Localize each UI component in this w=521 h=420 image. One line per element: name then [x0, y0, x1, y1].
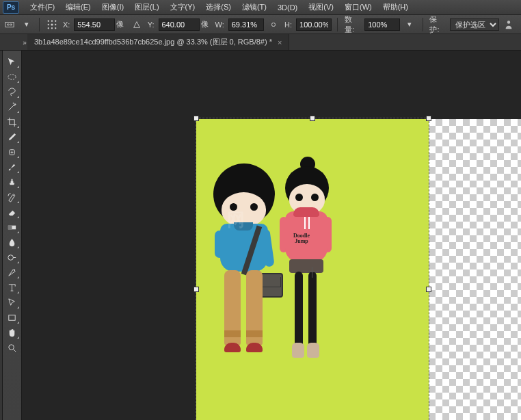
gradient-tool[interactable]	[5, 220, 20, 234]
y-unit: 像	[201, 19, 209, 29]
eye-icon	[311, 194, 319, 201]
eye-icon	[250, 203, 258, 211]
history-brush-tool[interactable]	[5, 190, 20, 204]
svg-point-18	[9, 344, 14, 350]
menu-3d[interactable]: 3D(D)	[272, 1, 303, 14]
brush-tool[interactable]	[5, 160, 20, 174]
girl-boot	[292, 343, 304, 358]
panel-expand-icon[interactable]: »	[22, 36, 27, 49]
transparent-background	[429, 119, 521, 420]
protect-select[interactable]: 保护选区	[450, 18, 499, 31]
girl-leg	[295, 272, 303, 347]
type-tool[interactable]	[5, 280, 20, 294]
hand-tool[interactable]	[5, 326, 20, 339]
document-tab[interactable]: 3b1a48e89ce14cd99ffbd536b7cb625e.jpg @ 3…	[27, 34, 289, 50]
menu-file[interactable]: 文件(F)	[25, 0, 60, 14]
x-unit: 像	[116, 19, 124, 29]
document-title: 3b1a48e89ce14cd99ffbd536b7cb625e.jpg @ 3…	[34, 37, 272, 47]
svg-point-6	[55, 23, 56, 25]
svg-point-15	[8, 254, 14, 260]
girl-leg	[308, 272, 317, 347]
menu-image[interactable]: 图像(I)	[96, 0, 129, 14]
eye-icon	[295, 194, 303, 201]
crop-tool[interactable]	[5, 115, 20, 129]
boy-face	[222, 192, 266, 226]
boy-collar	[234, 222, 253, 231]
tools-panel	[3, 51, 22, 420]
girl-boot	[307, 343, 319, 358]
eye-icon	[230, 203, 237, 211]
boy-pants	[224, 270, 263, 345]
separator	[39, 18, 40, 31]
amount-input[interactable]	[364, 18, 400, 31]
svg-point-3	[55, 20, 56, 21]
hoodie-text: DoodleJump	[293, 233, 310, 244]
move-tool[interactable]	[5, 55, 20, 68]
menu-select[interactable]: 选择(S)	[200, 0, 237, 14]
h-input[interactable]	[296, 18, 332, 31]
protect-label: 保护:	[428, 14, 446, 35]
boy-leg	[246, 270, 263, 345]
document-tab-bar: 3b1a48e89ce14cd99ffbd536b7cb625e.jpg @ 3…	[0, 34, 521, 51]
close-icon[interactable]: ×	[278, 38, 282, 47]
svg-point-11	[8, 74, 16, 79]
svg-point-8	[51, 27, 53, 29]
menu-window[interactable]: 窗口(W)	[339, 0, 377, 14]
marquee-tool[interactable]	[5, 70, 20, 83]
boy-shoe	[246, 343, 263, 352]
pen-tool[interactable]	[5, 265, 20, 279]
rectangle-tool[interactable]	[5, 311, 20, 324]
canvas-area[interactable]: DoodleJump 网	[22, 51, 521, 420]
content-aware-scale-icon[interactable]	[3, 18, 16, 31]
eyedropper-tool[interactable]	[5, 130, 20, 144]
eraser-tool[interactable]	[5, 205, 20, 219]
amount-label: 数量:	[343, 14, 362, 35]
app-logo: Ps	[3, 1, 19, 14]
h-label: H:	[283, 21, 293, 29]
svg-rect-17	[9, 315, 15, 320]
dodge-tool[interactable]	[5, 250, 20, 264]
link-icon[interactable]	[267, 18, 280, 31]
menu-filter[interactable]: 滤镜(T)	[237, 0, 272, 14]
chevron-down-icon[interactable]: ▾	[19, 18, 33, 31]
menu-type[interactable]: 文字(Y)	[165, 0, 201, 14]
menu-bar: Ps 文件(F) 编辑(E) 图像(I) 图层(L) 文字(Y) 选择(S) 滤…	[0, 0, 521, 15]
svg-point-4	[47, 23, 49, 25]
girl-shorts	[289, 259, 323, 273]
lasso-tool[interactable]	[5, 85, 20, 99]
menu-edit[interactable]: 编辑(E)	[60, 0, 96, 14]
svg-point-10	[507, 21, 510, 23]
menu-help[interactable]: 帮助(H)	[377, 0, 414, 14]
character-boy	[213, 163, 289, 225]
chevron-down-icon[interactable]: ▾	[403, 18, 416, 31]
svg-point-16	[14, 269, 15, 270]
separator	[337, 18, 338, 31]
y-input[interactable]	[159, 18, 200, 31]
blur-tool[interactable]	[5, 235, 20, 249]
path-selection-tool[interactable]	[5, 296, 20, 309]
artwork-characters: DoodleJump	[213, 157, 350, 420]
boy-shoe	[224, 343, 241, 352]
w-label: W:	[214, 21, 226, 29]
x-label: X:	[62, 21, 71, 29]
healing-brush-tool[interactable]	[5, 145, 20, 159]
delta-icon[interactable]	[129, 18, 143, 31]
svg-point-2	[51, 20, 53, 21]
reference-point-icon[interactable]	[45, 18, 59, 31]
svg-rect-14	[8, 225, 12, 229]
svg-point-9	[55, 27, 56, 29]
options-bar: ▾ X: 像 Y: 像 W: H: 数量: ▾ 保护: 保护选区	[0, 15, 521, 34]
x-input[interactable]	[74, 18, 115, 31]
person-icon[interactable]	[502, 18, 516, 31]
main-area: DoodleJump 网	[0, 51, 521, 420]
menu-view[interactable]: 视图(V)	[303, 0, 339, 14]
svg-point-7	[47, 27, 49, 29]
w-input[interactable]	[228, 18, 264, 31]
svg-point-1	[47, 20, 49, 21]
clone-stamp-tool[interactable]	[5, 175, 20, 189]
boy-leg	[224, 270, 241, 345]
zoom-tool[interactable]	[5, 341, 20, 354]
magic-wand-tool[interactable]	[5, 100, 20, 114]
svg-point-5	[51, 23, 53, 25]
menu-layer[interactable]: 图层(L)	[129, 0, 164, 14]
